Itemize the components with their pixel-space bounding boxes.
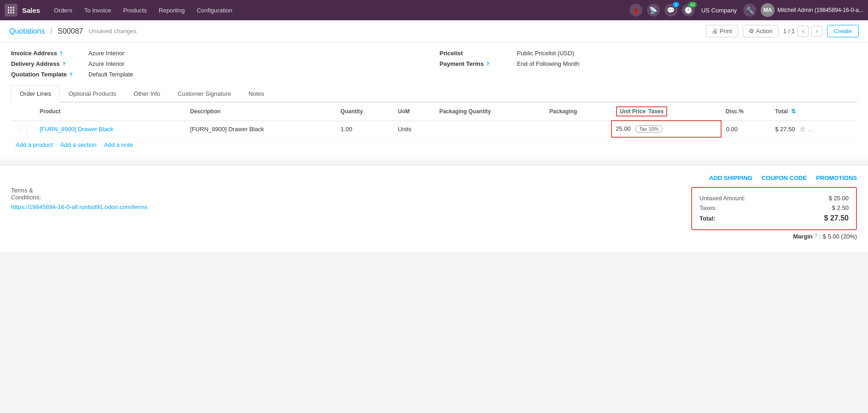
unit-price[interactable]: 25.00 — [616, 125, 631, 132]
uom-cell: Units — [393, 121, 435, 137]
unsaved-indicator: Unsaved changes — [88, 28, 136, 35]
packaging-qty-cell — [435, 121, 545, 137]
total-amount: $ 27.50 — [824, 214, 849, 222]
user-name: Mitchell Admin (19845894-16-0-a... — [777, 7, 863, 13]
add-section-link[interactable]: Add a section — [60, 141, 97, 148]
summary-top-links: ADD SHIPPING COUPON CODE PROMOTIONS — [11, 175, 857, 181]
margin-row: Margin ? : $ 5.00 (20%) — [691, 230, 857, 243]
pager-prev[interactable]: ‹ — [798, 26, 809, 37]
col-product: Product — [35, 103, 186, 121]
menu-configuration[interactable]: Configuration — [191, 4, 238, 17]
add-note-link[interactable]: Add a note — [104, 141, 133, 148]
menu-reporting[interactable]: Reporting — [153, 4, 190, 17]
breadcrumb-current: S00087 — [58, 27, 83, 35]
quotation-template-help[interactable]: ? — [70, 72, 73, 77]
payment-terms-label: Payment Terms ? — [440, 60, 513, 67]
chat-badge: 9 — [673, 2, 679, 7]
bug-icon[interactable]: 🐞 — [629, 4, 642, 17]
col-disc: Disc.% — [721, 103, 771, 121]
settings-icon[interactable]: 🔧 — [743, 4, 756, 17]
disc-cell[interactable]: 0.00 — [721, 121, 771, 137]
tab-notes[interactable]: Notes — [240, 85, 273, 103]
untaxed-label: Untaxed Amount: — [699, 195, 746, 202]
pager: 1 / 1 ‹ › — [783, 26, 822, 37]
create-button[interactable]: Create — [827, 25, 859, 37]
form-fields: Invoice Address ? Azure Interior Priceli… — [11, 50, 857, 78]
top-navigation: Sales Orders To Invoice Products Reporti… — [0, 0, 868, 20]
invoice-address-help[interactable]: ? — [60, 51, 63, 56]
col-packaging-qty: Packaging Quantity — [435, 103, 545, 121]
delivery-address-row: Delivery Address ? Azure Interior — [11, 60, 429, 67]
pricelist-row: Pricelist Public Pricelist (USD) — [440, 50, 857, 57]
tab-optional-products[interactable]: Optional Products — [60, 85, 125, 103]
tab-other-info[interactable]: Other Info — [125, 85, 169, 103]
menu-orders[interactable]: Orders — [48, 4, 78, 17]
tab-order-lines[interactable]: Order Lines — [11, 85, 60, 103]
margin-label: Margin — [793, 233, 813, 240]
col-packaging: Packaging — [545, 103, 612, 121]
coupon-code-link[interactable]: COUPON CODE — [762, 175, 807, 181]
activity-badge-wrap[interactable]: 🕐 42 — [682, 4, 695, 17]
payment-terms-row: Payment Terms ? End of Following Month — [440, 60, 857, 67]
menu-to-invoice[interactable]: To Invoice — [79, 4, 117, 17]
untaxed-amount: $ 25.00 — [829, 195, 849, 202]
more-options-icon[interactable]: … — [808, 126, 814, 133]
pricelist-value: Public Pricelist (USD) — [517, 50, 574, 57]
sort-icon[interactable]: ⇅ — [791, 108, 796, 115]
terms-section: Terms &Conditions: https://19845894-16-0… — [11, 187, 340, 243]
chat-badge-wrap[interactable]: 💬 9 — [664, 4, 677, 17]
breadcrumb-separator: / — [50, 28, 52, 35]
delivery-address-label: Delivery Address ? — [11, 60, 85, 67]
print-button[interactable]: 🖨 Print — [706, 25, 738, 37]
total-cell: $ 27.50 🗑 … — [770, 121, 857, 137]
add-shipping-link[interactable]: ADD SHIPPING — [709, 175, 752, 181]
promotions-link[interactable]: PROMOTIONS — [816, 175, 857, 181]
breadcrumb-parent[interactable]: Quotations — [9, 27, 45, 35]
pager-next[interactable]: › — [811, 26, 822, 37]
quantity-cell[interactable]: 1.00 — [336, 121, 393, 137]
topnav-right: 🐞 📡 💬 9 🕐 42 US Company 🔧 MA Mitchell Ad… — [629, 3, 863, 17]
main-form: Invoice Address ? Azure Interior Priceli… — [0, 42, 868, 159]
summary-section: ADD SHIPPING COUPON CODE PROMOTIONS Term… — [0, 165, 868, 252]
margin-colon: : — [819, 233, 821, 240]
delete-icon[interactable]: 🗑 — [799, 125, 806, 133]
summary-layout: Terms &Conditions: https://19845894-16-0… — [11, 187, 857, 243]
taxes-row: Taxes: $ 2.50 — [699, 203, 849, 213]
drag-handle-icon[interactable]: ⋮⋮ — [16, 125, 30, 133]
add-product-link[interactable]: Add a product — [16, 141, 53, 148]
terms-link[interactable]: https://19845894-16-0-all.runbot91.odoo.… — [11, 203, 340, 212]
tax-badge[interactable]: Tax 10% — [635, 125, 663, 133]
order-lines-table: Product Description Quantity UoM Packagi… — [11, 103, 857, 138]
delivery-address-value: Azure Interior — [88, 60, 124, 67]
order-tabs: Order Lines Optional Products Other Info… — [11, 85, 857, 103]
total-label: Total: — [699, 215, 715, 222]
drag-handle-cell: ⋮⋮ — [11, 121, 35, 137]
unit-price-taxes-cell: 25.00 Tax 10% — [612, 121, 721, 137]
col-description: Description — [186, 103, 336, 121]
quotation-template-row: Quotation Template ? Default Template — [11, 71, 429, 78]
delivery-address-help[interactable]: ? — [62, 61, 65, 67]
network-icon[interactable]: 📡 — [647, 4, 660, 17]
total-row: Total: $ 27.50 — [699, 213, 849, 224]
totals-section: Untaxed Amount: $ 25.00 Taxes: $ 2.50 To… — [691, 187, 857, 230]
breadcrumb-bar: Quotations / S00087 Unsaved changes 🖨 Pr… — [0, 20, 868, 42]
breadcrumb-actions: 🖨 Print ⚙ Action 1 / 1 ‹ › Create — [706, 25, 859, 37]
packaging-cell — [545, 121, 612, 137]
pager-label: 1 / 1 — [783, 28, 795, 35]
menu-products[interactable]: Products — [117, 4, 152, 17]
action-button[interactable]: ⚙ Action — [743, 25, 779, 37]
user-menu[interactable]: MA Mitchell Admin (19845894-16-0-a... — [761, 3, 863, 17]
product-cell[interactable]: [FURN_8900] Drawer Black — [35, 121, 186, 137]
invoice-address-value: Azure Interior — [88, 50, 124, 57]
payment-terms-help[interactable]: ? — [486, 61, 489, 67]
col-unit-price-taxes: Unit Price Taxes — [612, 103, 721, 121]
pricelist-label: Pricelist — [440, 50, 513, 57]
tab-customer-signature[interactable]: Customer Signature — [169, 85, 240, 103]
col-total: Total ⇅ — [770, 103, 857, 121]
app-grid-icon[interactable] — [5, 4, 17, 17]
col-drag — [11, 103, 35, 121]
company-name: US Company — [701, 7, 737, 14]
margin-value: $ 5.00 (20%) — [823, 233, 857, 240]
margin-help-icon[interactable]: ? — [815, 233, 817, 240]
gear-icon: ⚙ — [749, 28, 754, 35]
